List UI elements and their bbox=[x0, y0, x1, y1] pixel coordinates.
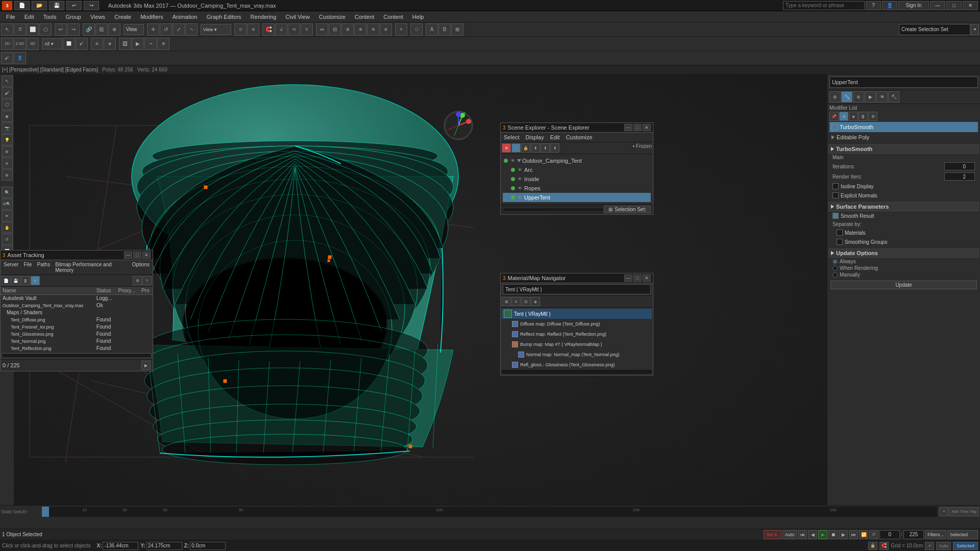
at-close-btn[interactable]: ✕ bbox=[142, 252, 151, 259]
at-menu-bitmap[interactable]: Bitmap Performance and Memory bbox=[53, 261, 129, 273]
se-ropes-item[interactable]: 👁 Ropes bbox=[503, 184, 651, 193]
update-btn[interactable]: Update bbox=[830, 281, 977, 289]
help-icon[interactable]: ? bbox=[866, 1, 881, 10]
menu-create[interactable]: Create bbox=[110, 12, 135, 22]
rect-select-btn[interactable]: ⬜ bbox=[27, 23, 39, 36]
remove-modifier-btn[interactable]: 🗑 bbox=[859, 112, 868, 121]
mn-tb-btn4[interactable]: ◈ bbox=[531, 297, 540, 306]
lt-shapes[interactable]: ⬡ bbox=[2, 99, 13, 110]
lt-zoom[interactable]: 🔍 bbox=[2, 187, 13, 198]
object-paint-btn[interactable]: 🖌 bbox=[1, 52, 13, 64]
ts-render-iters-input[interactable] bbox=[944, 172, 975, 181]
mn-gloss-item[interactable]: Refl_gloss.: Glossiness (Tent_Glossiness… bbox=[502, 360, 652, 369]
at-save-btn[interactable]: 💾 bbox=[11, 276, 20, 285]
render-prod-btn[interactable]: ▶ bbox=[132, 38, 144, 50]
loop-btn[interactable]: 🔁 bbox=[859, 530, 868, 539]
motion-tab[interactable]: ▶ bbox=[865, 91, 876, 103]
se-selection-set-btn[interactable]: ⊞ Selection Set: bbox=[604, 206, 651, 213]
lt-zoom-all[interactable]: ⊞🔍 bbox=[2, 198, 13, 210]
surface-params-header[interactable]: Surface Parameters bbox=[828, 202, 979, 211]
paint-select-btn[interactable]: 🖌 bbox=[76, 38, 88, 50]
community-icon[interactable]: 👤 bbox=[882, 1, 897, 10]
at-delete-btn[interactable]: 🗑 bbox=[21, 276, 30, 285]
se-highlight-sel-btn[interactable]: ↑ bbox=[511, 143, 521, 153]
rotate-btn[interactable]: ↺ bbox=[160, 23, 172, 36]
se-menu-display[interactable]: Display bbox=[524, 134, 546, 141]
lt-space-warp[interactable]: ≋ bbox=[2, 158, 13, 169]
pivot-btn[interactable]: ⊙ bbox=[234, 23, 247, 36]
menu-graph-editors[interactable]: Graph Editors bbox=[203, 12, 246, 22]
quick-access-new[interactable]: 📄 bbox=[14, 1, 30, 10]
redo-btn[interactable]: ↪ bbox=[67, 23, 80, 36]
ts-smooth-result-check[interactable] bbox=[832, 213, 839, 219]
play-prev-btn[interactable]: ⏮ bbox=[798, 530, 807, 539]
menu-tools[interactable]: Tools bbox=[39, 12, 61, 22]
render-iter-btn[interactable]: ⇒ bbox=[144, 38, 157, 50]
align-to-view-btn[interactable]: ⊠ bbox=[380, 23, 392, 36]
undo-btn[interactable]: ↩ bbox=[55, 23, 67, 36]
show-end-result-btn[interactable]: ⊕ bbox=[839, 112, 848, 121]
minimize-btn[interactable]: — bbox=[930, 1, 945, 10]
snap-toggle-btn[interactable]: 🧲 bbox=[262, 23, 275, 36]
y-input[interactable] bbox=[146, 542, 182, 550]
mn-close-btn[interactable]: ✕ bbox=[643, 274, 651, 282]
move-btn[interactable]: ✛ bbox=[147, 23, 159, 36]
menu-content[interactable]: Content bbox=[379, 12, 407, 22]
se-inside-eye[interactable]: 👁 bbox=[516, 176, 523, 183]
schematic-view-btn[interactable]: ⬡ bbox=[410, 23, 423, 36]
ts-smoothing-groups-check[interactable] bbox=[837, 239, 843, 245]
time-config-btn[interactable]: ⏱ bbox=[869, 530, 878, 539]
snap-2.5d-btn[interactable]: 2.5D bbox=[14, 38, 26, 50]
dope-sheet-btn[interactable]: B bbox=[438, 23, 451, 36]
menu-rendering[interactable]: Rendering bbox=[247, 12, 281, 22]
set-key-toggle[interactable]: Set K. bbox=[764, 530, 781, 539]
next-frame-btn[interactable]: ▶ bbox=[839, 530, 848, 539]
align-camera-btn[interactable]: ⊕ bbox=[367, 23, 379, 36]
adaptive-degradation-btn[interactable]: Auto bbox=[936, 542, 951, 550]
mn-reflect-item[interactable]: Reflect map: Reflect (Tent_Reflection.pn… bbox=[502, 329, 652, 339]
stop-btn[interactable]: ⏹ bbox=[828, 530, 838, 539]
at-settings-btn[interactable]: ⚙ bbox=[133, 276, 142, 285]
quick-access-save[interactable]: 💾 bbox=[49, 1, 64, 10]
se-close-tb-btn[interactable]: ✕ bbox=[502, 143, 511, 153]
scale-btn[interactable]: ⤢ bbox=[173, 23, 185, 36]
lt-arc-rotate[interactable]: ↺ bbox=[2, 234, 13, 245]
ts-isoline-check[interactable] bbox=[832, 183, 839, 189]
selection-mode-dropdown[interactable]: Selected bbox=[947, 530, 978, 539]
se-lock-btn[interactable]: 🔒 bbox=[521, 143, 530, 153]
ref-coord-dropdown[interactable]: View ▾ bbox=[201, 24, 231, 35]
at-menu-file[interactable]: File bbox=[21, 261, 34, 273]
se-ropes-visibility[interactable] bbox=[511, 186, 515, 190]
update-options-header[interactable]: Update Options bbox=[828, 248, 979, 258]
se-maximize-btn[interactable]: □ bbox=[633, 124, 642, 131]
align-btn[interactable]: ⊟ bbox=[329, 23, 341, 36]
squash-btn[interactable]: ⤡ bbox=[185, 23, 198, 36]
modify-tab[interactable]: 🔧 bbox=[841, 91, 852, 103]
lt-select[interactable]: ↖ bbox=[2, 76, 13, 87]
pin-stack-btn[interactable]: 📌 bbox=[829, 112, 839, 121]
at-row-reflection[interactable]: Tent_Reflection.png Found bbox=[1, 345, 153, 352]
ts-iterations-input[interactable] bbox=[944, 162, 975, 170]
se-uppertent-item[interactable]: 👁 UpperTent ⋮ bbox=[503, 193, 651, 202]
make-unique-btn[interactable]: ◈ bbox=[849, 112, 858, 121]
turbosmooth-header[interactable]: TurboSmooth bbox=[828, 144, 979, 154]
create-selection-set-input[interactable]: Create Selection Set bbox=[899, 24, 970, 35]
lt-light[interactable]: 💡 bbox=[2, 134, 13, 145]
menu-file[interactable]: File bbox=[2, 12, 19, 22]
filters-btn[interactable]: Filters... bbox=[925, 530, 946, 539]
create-tab[interactable]: ⊕ bbox=[829, 91, 841, 103]
tl-add-key-btn[interactable]: + bbox=[939, 507, 948, 516]
uo-when-rendering-radio[interactable] bbox=[832, 266, 838, 271]
at-menu-server[interactable]: Server bbox=[2, 261, 20, 273]
at-maximize-btn[interactable]: □ bbox=[133, 252, 141, 259]
angle-snap-btn[interactable]: ∠ bbox=[275, 23, 287, 36]
ts-explicit-check[interactable] bbox=[832, 192, 839, 198]
se-minimize-btn[interactable]: — bbox=[624, 124, 632, 131]
se-root-eye[interactable]: 👁 bbox=[509, 157, 516, 164]
at-vault-btn[interactable]: V bbox=[31, 276, 40, 285]
uo-manually-radio[interactable] bbox=[832, 272, 838, 278]
render-setup-btn[interactable]: ⊞ bbox=[451, 23, 463, 36]
lt-pan[interactable]: ✋ bbox=[2, 222, 13, 233]
lt-helper[interactable]: ⊕ bbox=[2, 146, 13, 157]
at-menu-paths[interactable]: Paths bbox=[35, 261, 53, 273]
